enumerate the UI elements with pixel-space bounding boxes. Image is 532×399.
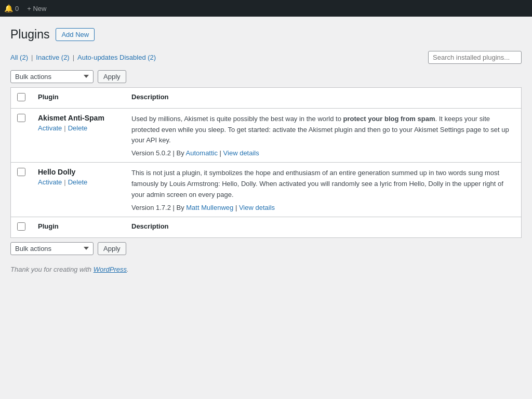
- wordpress-link[interactable]: WordPress: [94, 265, 127, 273]
- plugin-name: Hello Dolly: [38, 168, 119, 176]
- header-description: Description: [125, 87, 522, 108]
- filter-sep-2: |: [73, 54, 74, 61]
- footer: Thank you for creating with WordPress.: [10, 265, 522, 273]
- page-header: Plugins Add New: [10, 27, 522, 43]
- plugin-actions: Activate | Delete: [38, 124, 119, 132]
- notification-icon: 🔔: [4, 4, 13, 12]
- activate-link[interactable]: Activate: [38, 124, 62, 132]
- plugins-table: Plugin Description Akismet Anti-Spam Act…: [10, 87, 522, 238]
- plugin-description: This is not just a plugin, it symbolizes…: [131, 168, 515, 200]
- filter-all[interactable]: All (2): [10, 54, 28, 61]
- action-separator: |: [64, 178, 65, 186]
- view-details-link[interactable]: View details: [239, 204, 275, 211]
- apply-button-bottom[interactable]: Apply: [98, 242, 126, 255]
- footer-text: Thank you for creating with: [10, 265, 91, 273]
- bulk-actions-top: Bulk actions Activate Deactivate Update …: [10, 70, 522, 83]
- header-checkbox-cell: [11, 87, 32, 108]
- plugin-desc-cell: This is not just a plugin, it symbolizes…: [125, 163, 522, 217]
- plugin-description: Used by millions, Akismet is quite possi…: [131, 114, 515, 146]
- table-header-row: Plugin Description: [11, 87, 522, 108]
- bulk-actions-select-top[interactable]: Bulk actions Activate Deactivate Update …: [10, 70, 94, 83]
- activate-link[interactable]: Activate: [38, 178, 62, 186]
- table-row: Hello Dolly Activate | Delete This is no…: [11, 163, 522, 217]
- select-all-footer-checkbox[interactable]: [17, 222, 25, 231]
- author-link[interactable]: Matt Mullenweg: [186, 204, 233, 211]
- new-item[interactable]: + New: [27, 5, 46, 12]
- page-title: Plugins: [10, 27, 49, 43]
- plugin-meta: Version 5.0.2 | By Automattic | View det…: [131, 149, 259, 157]
- table-footer-row: Plugin Description: [11, 217, 522, 237]
- admin-bar: 🔔 0 + New: [0, 0, 532, 17]
- plugin-meta: Version 1.7.2 | By Matt Mullenweg | View…: [131, 204, 275, 211]
- delete-link[interactable]: Delete: [68, 178, 88, 186]
- table-row: Akismet Anti-Spam Activate | Delete Used…: [11, 108, 522, 162]
- plugin-checkbox[interactable]: [17, 114, 25, 122]
- plugin-info-cell: Akismet Anti-Spam Activate | Delete: [32, 108, 125, 162]
- bulk-actions-select-bottom[interactable]: Bulk actions Activate Deactivate Update …: [10, 242, 94, 255]
- footer-checkbox-cell: [11, 217, 32, 237]
- main-content: Plugins Add New All (2) | Inactive (2) |…: [0, 17, 532, 399]
- select-all-checkbox[interactable]: [17, 93, 25, 101]
- footer-description-header: Description: [125, 217, 522, 237]
- notifications-item[interactable]: 🔔 0: [4, 4, 19, 12]
- footer-punctuation: .: [127, 265, 129, 273]
- row-checkbox-cell: [11, 108, 32, 162]
- filter-auto-updates[interactable]: Auto-updates Disabled (2): [77, 54, 156, 61]
- row-checkbox-cell: [11, 163, 32, 217]
- new-label: + New: [27, 5, 46, 12]
- action-separator: |: [64, 124, 65, 132]
- bulk-actions-bottom: Bulk actions Activate Deactivate Update …: [10, 242, 522, 255]
- plugin-actions: Activate | Delete: [38, 178, 119, 186]
- delete-link[interactable]: Delete: [68, 124, 88, 132]
- notification-count: 0: [15, 5, 19, 12]
- add-new-button[interactable]: Add New: [56, 28, 95, 41]
- plugin-name: Akismet Anti-Spam: [38, 114, 119, 122]
- search-input[interactable]: [428, 51, 522, 64]
- plugin-info-cell: Hello Dolly Activate | Delete: [32, 163, 125, 217]
- apply-button-top[interactable]: Apply: [98, 70, 126, 83]
- view-details-link[interactable]: View details: [223, 149, 259, 157]
- filter-links: All (2) | Inactive (2) | Auto-updates Di…: [10, 54, 156, 61]
- plugin-checkbox[interactable]: [17, 168, 25, 176]
- filter-inactive[interactable]: Inactive (2): [36, 54, 69, 61]
- header-plugin: Plugin: [32, 87, 125, 108]
- plugin-desc-cell: Used by millions, Akismet is quite possi…: [125, 108, 522, 162]
- author-link[interactable]: Automattic: [186, 149, 218, 157]
- footer-plugin-header: Plugin: [32, 217, 125, 237]
- filter-sep-1: |: [31, 54, 33, 61]
- filter-row: All (2) | Inactive (2) | Auto-updates Di…: [10, 51, 522, 64]
